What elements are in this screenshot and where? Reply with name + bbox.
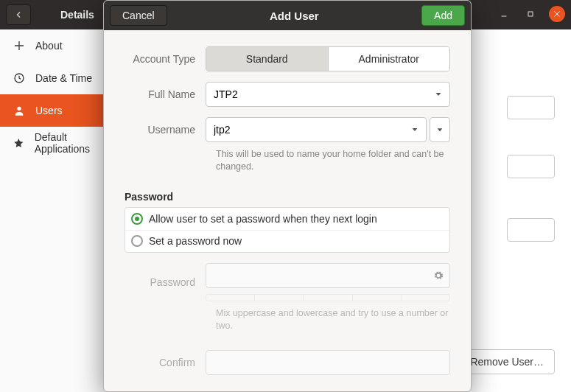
- account-type-standard[interactable]: Standard: [206, 47, 328, 71]
- dialog-body: Account Type Standard Administrator Full…: [104, 30, 471, 392]
- sidebar-item-label: Users: [35, 105, 63, 116]
- row-full-name: Full Name: [125, 82, 450, 107]
- username-input[interactable]: [206, 124, 404, 136]
- username-field[interactable]: [206, 117, 427, 142]
- background-field[interactable]: [507, 218, 555, 242]
- background-field[interactable]: [507, 155, 555, 178]
- label-confirm: Confirm: [125, 357, 206, 368]
- radio-icon: [131, 235, 143, 247]
- maximize-icon: [526, 10, 535, 18]
- radio-now-label: Set a password now: [149, 235, 242, 247]
- add-user-dialog: Cancel Add User Add Account Type Standar…: [103, 0, 472, 392]
- password-hint: Mix uppercase and lowercase and try to u…: [125, 307, 450, 332]
- row-username: Username: [125, 117, 450, 142]
- settings-title: Details: [60, 9, 94, 21]
- minimize-icon: [500, 10, 508, 18]
- window-minimize-button[interactable]: [496, 6, 512, 22]
- radio-icon: [131, 213, 143, 225]
- confirm-input[interactable]: [206, 350, 450, 375]
- full-name-field[interactable]: [206, 82, 450, 107]
- chevron-down-icon: [410, 125, 419, 134]
- star-icon: [13, 137, 24, 149]
- cancel-button[interactable]: Cancel: [110, 5, 167, 26]
- password-strength-meter: [206, 294, 450, 301]
- plus-icon: [13, 40, 25, 52]
- dialog-header: Cancel Add User Add: [104, 1, 471, 30]
- label-username: Username: [125, 124, 206, 136]
- password-field-wrap: [206, 263, 450, 288]
- row-confirm: Confirm: [125, 350, 450, 375]
- dialog-title: Add User: [270, 10, 319, 22]
- svg-rect-1: [528, 12, 533, 16]
- username-hint: This will be used to name your home fold…: [125, 148, 450, 173]
- close-icon: [553, 10, 561, 18]
- back-button[interactable]: [6, 4, 31, 25]
- sidebar-item-label: Date & Time: [35, 72, 92, 84]
- clock-icon: [13, 72, 25, 84]
- radio-later-label: Allow user to set a password when they n…: [149, 213, 377, 225]
- chevron-down-icon: [434, 90, 443, 99]
- account-type-toggle: Standard Administrator: [206, 46, 450, 71]
- gear-icon: [433, 270, 444, 281]
- label-password: Password: [125, 276, 206, 288]
- standard-label: Standard: [246, 53, 288, 65]
- radio-set-later[interactable]: Allow user to set a password when they n…: [125, 208, 449, 230]
- window-controls: [496, 6, 565, 22]
- user-icon: [13, 105, 25, 116]
- add-button[interactable]: Add: [421, 5, 465, 26]
- generate-password-button[interactable]: [431, 268, 446, 283]
- administrator-label: Administrator: [359, 53, 419, 65]
- username-select[interactable]: [404, 125, 426, 134]
- radio-set-now[interactable]: Set a password now: [125, 230, 449, 252]
- remove-user-button[interactable]: Remove User…: [459, 349, 555, 374]
- label-account-type: Account Type: [125, 53, 206, 65]
- full-name-dropdown[interactable]: [427, 90, 449, 99]
- account-type-administrator[interactable]: Administrator: [328, 47, 450, 71]
- chevron-left-icon: [14, 10, 23, 19]
- password-section-title: Password: [125, 191, 450, 203]
- password-options: Allow user to set a password when they n…: [125, 207, 450, 253]
- add-label: Add: [434, 10, 452, 21]
- triangle-down-icon: [436, 126, 444, 133]
- password-input[interactable]: [206, 263, 450, 288]
- svg-point-3: [17, 107, 21, 111]
- username-extra-dropdown[interactable]: [430, 117, 450, 142]
- window-maximize-button[interactable]: [522, 6, 539, 22]
- confirm-field-wrap: [206, 350, 450, 375]
- full-name-input[interactable]: [206, 88, 427, 100]
- background-field[interactable]: [507, 96, 555, 119]
- cancel-label: Cancel: [122, 10, 155, 21]
- sidebar-item-label: About: [35, 40, 63, 52]
- row-account-type: Account Type Standard Administrator: [125, 46, 450, 71]
- row-password: Password: [125, 263, 450, 301]
- svg-rect-0: [502, 16, 507, 17]
- remove-user-label: Remove User…: [470, 356, 544, 368]
- window-close-button[interactable]: [549, 6, 565, 22]
- label-full-name: Full Name: [125, 88, 206, 100]
